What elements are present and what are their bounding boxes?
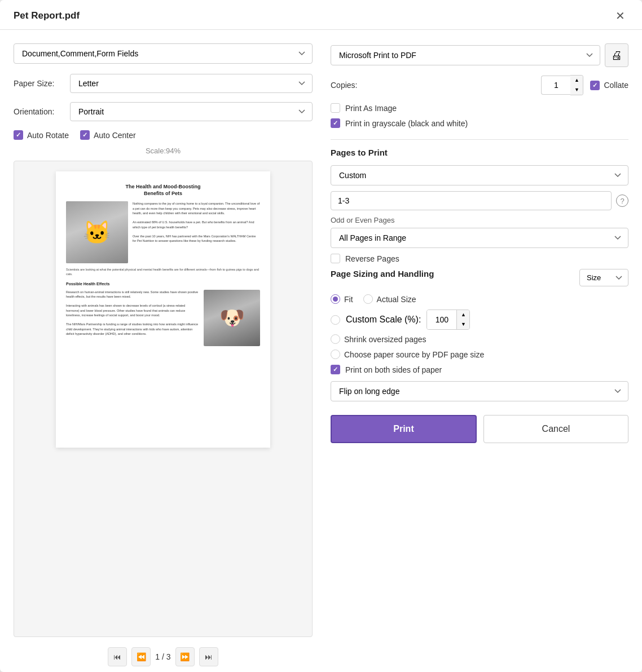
reverse-pages-row: Reverse Pages <box>331 254 628 263</box>
collate-item: Collate <box>590 81 628 90</box>
shrink-radio-item[interactable]: Shrink oversized pages <box>331 334 426 344</box>
collate-checkbox[interactable] <box>590 81 600 90</box>
document-select[interactable]: Document,Comment,Form Fields <box>14 43 313 64</box>
choose-paper-radio-item[interactable]: Choose paper source by PDF page size <box>331 350 484 359</box>
dialog-header: Pet Report.pdf ✕ <box>0 0 642 30</box>
auto-center-checkbox[interactable] <box>80 130 90 140</box>
copies-down-button[interactable]: ▼ <box>570 85 583 95</box>
cancel-button[interactable]: Cancel <box>483 415 628 443</box>
fit-actualsize-row: Fit Actual Size <box>331 294 628 304</box>
copies-input-group: ▲ ▼ <box>541 75 583 95</box>
pagination-row: ⏮ ⏪ 1 / 3 ⏩ ⏭ <box>14 637 313 672</box>
printer-select[interactable]: Microsoft Print to PDF Adobe PDF XPS Doc… <box>331 45 600 65</box>
auto-rotate-checkbox[interactable] <box>14 130 23 140</box>
auto-center-label: Auto Center <box>94 131 136 140</box>
help-icon[interactable]: ? <box>616 194 628 207</box>
actual-size-radio-item[interactable]: Actual Size <box>363 294 416 304</box>
dialog-body: Document,Comment,Form Fields Paper Size:… <box>0 30 642 672</box>
scale-input-group: ▲ ▼ <box>426 310 470 330</box>
cat-image-placeholder <box>66 201 128 263</box>
preview-text-block: Nothing compares to the joy of coming ho… <box>133 201 260 263</box>
copies-up-button[interactable]: ▲ <box>570 76 583 85</box>
choose-paper-label: Choose paper source by PDF page size <box>344 350 484 359</box>
scale-up-button[interactable]: ▲ <box>457 310 469 320</box>
pages-custom-select[interactable]: Custom All Current Page <box>331 165 628 185</box>
last-page-button[interactable]: ⏭ <box>199 647 218 666</box>
sizing-dropdown[interactable]: Size Poster Multiple Booklet <box>579 269 628 286</box>
both-sides-row: Print on both sides of paper <box>331 365 628 374</box>
paper-size-select[interactable]: Letter A4 Legal <box>70 74 313 93</box>
auto-center-item: Auto Center <box>80 130 136 140</box>
prev-page-button[interactable]: ⏪ <box>131 647 151 666</box>
print-button[interactable]: Print <box>331 415 477 443</box>
custom-scale-label: Custom Scale (%): <box>346 315 421 325</box>
actual-size-radio[interactable] <box>363 294 373 304</box>
preview-caption: Scientists are looking at what the poten… <box>66 268 260 276</box>
dialog-title: Pet Report.pdf <box>14 10 80 21</box>
pages-range-input[interactable] <box>331 191 612 210</box>
preview-dog-image <box>204 290 260 346</box>
print-dialog: Pet Report.pdf ✕ Document,Comment,Form F… <box>0 0 642 672</box>
divider1 <box>331 139 628 140</box>
pages-input-row: ? <box>331 191 628 210</box>
sizing-title: Page Sizing and Handling <box>331 269 434 278</box>
reverse-pages-label: Reverse Pages <box>345 254 399 263</box>
print-as-image-label: Print As Image <box>345 104 397 113</box>
preview-content: Nothing compares to the joy of coming ho… <box>66 201 260 263</box>
custom-scale-row: Custom Scale (%): ▲ ▼ <box>331 310 628 330</box>
both-sides-checkbox[interactable] <box>331 365 340 374</box>
auto-rotate-label: Auto Rotate <box>27 131 69 140</box>
choose-paper-radio[interactable] <box>331 350 340 359</box>
odd-even-select[interactable]: All Pages in Range Odd Pages Only Even P… <box>331 228 628 248</box>
preview-area: The Health and Mood-Boosting Benefits of… <box>14 161 313 637</box>
left-panel: Document,Comment,Form Fields Paper Size:… <box>14 43 313 672</box>
preview-cat-image <box>66 201 128 263</box>
flip-select[interactable]: Flip on long edge Flip on short edge <box>331 381 628 401</box>
paper-size-row: Paper Size: Letter A4 Legal <box>14 74 313 93</box>
preview-page: The Health and Mood-Boosting Benefits of… <box>56 171 270 448</box>
grayscale-row: Print in grayscale (black and white) <box>331 118 628 128</box>
odd-even-label: Odd or Even Pages <box>331 216 628 224</box>
printer-settings-button[interactable]: 🖨 <box>605 43 628 67</box>
scale-down-button[interactable]: ▼ <box>457 320 469 329</box>
sizing-header: Page Sizing and Handling Size Poster Mul… <box>331 269 628 286</box>
collate-label: Collate <box>604 81 628 90</box>
action-row: Print Cancel <box>331 415 628 443</box>
current-page: 1 <box>155 652 160 661</box>
orientation-select[interactable]: Portrait Landscape <box>70 102 313 121</box>
copies-spinners: ▲ ▼ <box>570 75 583 95</box>
paper-size-label: Paper Size: <box>14 79 64 88</box>
next-page-button[interactable]: ⏩ <box>175 647 195 666</box>
shrink-radio[interactable] <box>331 334 340 344</box>
print-as-image-checkbox[interactable] <box>331 103 340 113</box>
custom-scale-radio[interactable] <box>331 315 340 325</box>
preview-section-text: Research on human-animal interactions is… <box>66 290 199 346</box>
pages-section-title: Pages to Print <box>331 148 628 157</box>
preview-section-title: Possible Health Effects <box>66 281 260 287</box>
actual-size-label: Actual Size <box>377 295 416 304</box>
copies-row: Copies: ▲ ▼ Collate <box>331 75 628 95</box>
fit-label: Fit <box>344 295 353 304</box>
total-pages: 3 <box>166 652 171 661</box>
copies-input[interactable] <box>541 76 570 95</box>
orientation-label: Orientation: <box>14 107 64 116</box>
right-panel: Microsoft Print to PDF Adobe PDF XPS Doc… <box>331 43 628 672</box>
scale-input[interactable] <box>427 310 456 329</box>
auto-rotate-item: Auto Rotate <box>14 130 69 140</box>
shrink-label: Shrink oversized pages <box>344 335 426 344</box>
shrink-row: Shrink oversized pages <box>331 334 628 344</box>
page-info: 1 / 3 <box>155 652 170 661</box>
fit-radio[interactable] <box>331 294 340 304</box>
printer-row: Microsoft Print to PDF Adobe PDF XPS Doc… <box>331 43 628 67</box>
print-as-image-row: Print As Image <box>331 103 628 113</box>
fit-radio-item[interactable]: Fit <box>331 294 353 304</box>
scale-spinners: ▲ ▼ <box>456 310 469 329</box>
reverse-pages-checkbox[interactable] <box>331 254 340 263</box>
grayscale-checkbox[interactable] <box>331 118 340 128</box>
first-page-button[interactable]: ⏮ <box>108 647 127 666</box>
close-button[interactable]: ✕ <box>612 9 628 23</box>
preview-title: The Health and Mood-Boosting Benefits of… <box>66 184 260 197</box>
grayscale-label: Print in grayscale (black and white) <box>345 119 468 128</box>
copies-label: Copies: <box>331 81 370 90</box>
both-sides-label: Print on both sides of paper <box>345 365 442 374</box>
